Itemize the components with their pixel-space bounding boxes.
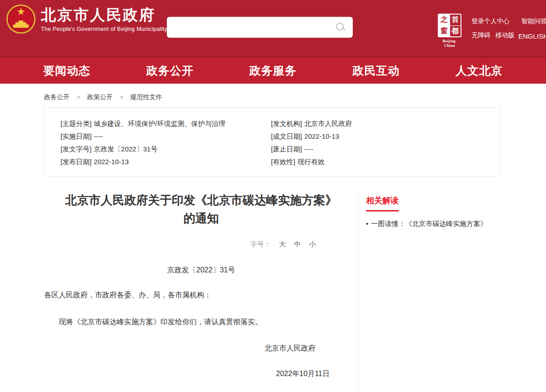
nav-item-gov-openness[interactable]: 政务公开 [146, 63, 194, 78]
bullet-icon: • [366, 220, 368, 227]
site-subtitle: The People's Government of Beijing Munic… [41, 26, 167, 32]
nav-item-gov-services[interactable]: 政务服务 [250, 63, 297, 78]
signature: 北京市人民政府 [44, 344, 358, 353]
breadcrumb-separator: > [120, 94, 123, 101]
capital-window-seal-icon: 之 首 窗 都 [438, 14, 461, 37]
seal-char: 窗 [439, 26, 450, 37]
seal-char: 之 [439, 15, 450, 25]
document-number: 京政发〔2022〕31号 [44, 266, 358, 275]
capital-window-logo[interactable]: 之 首 窗 都 Beijing-China [438, 14, 461, 48]
meta-row-topic: [主题分类]城乡建设、环境保护/环境监测、保护与治理 [60, 117, 271, 130]
search-input[interactable] [167, 17, 336, 38]
body-paragraph: 现将《北京市碳达峰实施方案》印发给你们，请认真贯彻落实。 [44, 317, 358, 327]
smart-qa-link[interactable]: 智能问答 [521, 17, 546, 25]
breadcrumb-item-gov-openness[interactable]: 政务公开 [44, 93, 70, 101]
site-title: 北京市人民政府 [41, 6, 167, 24]
nav-item-culture[interactable]: 人文北京 [456, 63, 503, 78]
related-reading-link[interactable]: •一图读懂：《北京市碳达峰实施方案》 [366, 219, 541, 229]
font-size-medium[interactable]: 中 [294, 240, 301, 248]
salutation: 各区人民政府，市政府各委、办、局，各市属机构： [44, 291, 358, 300]
font-size-selector: 字号： 大 中 小 [44, 240, 358, 249]
document-meta-box: [主题分类]城乡建设、环境保护/环境监测、保护与治理 [实施日期]---- [发… [44, 107, 500, 176]
search-box [167, 17, 353, 38]
accessibility-link[interactable]: 无障碍 [471, 31, 491, 40]
english-dropdown[interactable]: ENGLISH [518, 32, 546, 40]
meta-row-implement-date: [实施日期]---- [60, 130, 271, 143]
mobile-version-link[interactable]: 移动版 [496, 31, 515, 40]
seal-char: 都 [450, 26, 461, 37]
related-reading-sidebar: 相关解读 •一图读懂：《北京市碳达峰实施方案》 [366, 195, 541, 229]
meta-row-written-date: [成文日期]2022-10-13 [271, 130, 484, 143]
meta-row-validity: [有效性]现行有效 [271, 156, 484, 168]
login-link[interactable]: 登录个人中心 [471, 17, 510, 25]
content-section: 政务公开 > 政策公开 > 规范性文件 [主题分类]城乡建设、环境保护/环境监测… [0, 84, 546, 392]
breadcrumb-separator: > [77, 94, 80, 101]
meta-row-doc-number: [发文字号]京政发〔2022〕31号 [60, 143, 271, 156]
english-label: ENGLISH [518, 32, 546, 40]
breadcrumb-item-normative-docs: 规范性文件 [130, 93, 162, 101]
breadcrumb-item-policy[interactable]: 政策公开 [87, 93, 113, 101]
font-size-small[interactable]: 小 [309, 240, 316, 248]
meta-row-issuing-agency: [发文机构]北京市人民政府 [271, 117, 484, 130]
meta-row-publish-date: [发布日期]2022-10-13 [60, 156, 271, 168]
tiananmen-icon [13, 20, 29, 28]
nav-item-news[interactable]: 要闻动态 [43, 63, 90, 78]
vertical-divider [358, 193, 359, 392]
meta-row-repeal-date: [废止日期]---- [271, 143, 484, 156]
seal-char: 首 [450, 15, 461, 25]
document-date: 2022年10月11日 [44, 369, 358, 379]
national-emblem-icon: ★ [6, 5, 35, 34]
sidebar-title: 相关解读 [366, 195, 399, 211]
search-icon[interactable] [336, 22, 346, 32]
site-header: ★ 北京市人民政府 The People's Government of Bei… [0, 0, 546, 57]
site-logo[interactable]: ★ 北京市人民政府 The People's Government of Bei… [6, 5, 167, 34]
font-size-large[interactable]: 大 [279, 240, 286, 248]
seal-caption: Beijing-China [438, 39, 461, 48]
article-title: 北京市人民政府关于印发《北京市碳达峰实施方案》的通知 [65, 191, 338, 227]
article: 北京市人民政府关于印发《北京市碳达峰实施方案》的通知 字号： 大 中 小 京政发… [44, 191, 358, 379]
breadcrumb: 政务公开 > 政策公开 > 规范性文件 [0, 84, 546, 101]
main-nav: 要闻动态 政务公开 政务服务 政民互动 人文北京 [0, 57, 546, 84]
font-size-label: 字号： [250, 240, 270, 248]
star-icon: ★ [8, 6, 34, 17]
nav-item-interaction[interactable]: 政民互动 [352, 63, 400, 78]
